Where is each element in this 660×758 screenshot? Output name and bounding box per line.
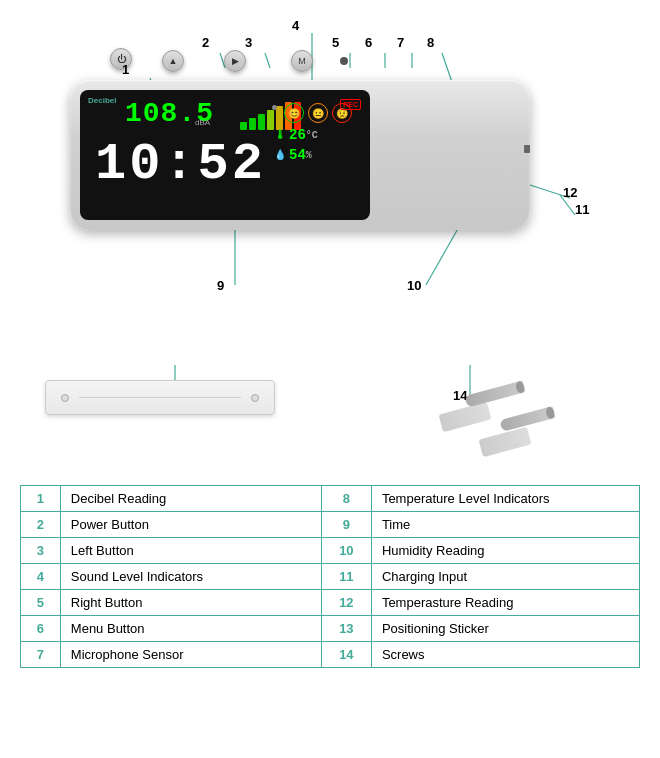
legend-label-left: Decibel Reading (60, 486, 321, 512)
legend-label-left: Power Button (60, 512, 321, 538)
callout-5: 5 (332, 35, 339, 50)
thermometer-icon: 🌡 (274, 128, 286, 143)
legend-label-left: Microphone Sensor (60, 642, 321, 668)
legend-row: 2 Power Button 9 Time (21, 512, 640, 538)
legend-label-left: Right Button (60, 590, 321, 616)
legend-num-left: 6 (21, 616, 61, 642)
callout-2: 2 (202, 35, 209, 50)
legend-table: 1 Decibel Reading 8 Temperature Level In… (20, 485, 640, 668)
accessories-row (20, 380, 640, 460)
right-button-visual: ▶ (224, 50, 246, 72)
legend-num-right: 9 (321, 512, 371, 538)
legend-num-right: 14 (321, 642, 371, 668)
screw-head-1 (515, 380, 526, 394)
neutral-emoji: 😐 (308, 103, 328, 123)
legend-label-right: Temperature Level Indicators (371, 486, 639, 512)
humidity-reading-display: 💧 54 % (274, 147, 365, 163)
screen-right-panel: REC 😊 😐 😟 🌡 26 °C (270, 95, 365, 215)
dot-indicator (272, 105, 277, 110)
legend-num-right: 13 (321, 616, 371, 642)
legend-row: 4 Sound Level Indicators 11 Charging Inp… (21, 564, 640, 590)
time-display: 10:52 (95, 135, 266, 194)
legend-num-right: 10 (321, 538, 371, 564)
sound-bar-2 (249, 118, 256, 130)
legend-label-right: Temperasture Reading (371, 590, 639, 616)
legend-row: 7 Microphone Sensor 14 Screws (21, 642, 640, 668)
legend-label-right: Humidity Reading (371, 538, 639, 564)
sound-bar-3 (258, 114, 265, 130)
device-screen: Decibel 108.5 dBA 10:52 (80, 90, 370, 220)
legend-num-left: 3 (21, 538, 61, 564)
callout-1: 1 (122, 62, 129, 77)
positioning-sticker-item (30, 380, 290, 415)
db-unit-display: dBA (195, 118, 210, 127)
screws-container (430, 383, 550, 458)
legend-row: 3 Left Button 10 Humidity Reading (21, 538, 640, 564)
device-illustration: ⏻ ▲ ▶ M Decibel 108.5 dBA (50, 50, 550, 270)
screw-2 (499, 406, 555, 432)
legend-num-right: 12 (321, 590, 371, 616)
left-button-visual: ▲ (162, 50, 184, 72)
callout-6: 6 (365, 35, 372, 50)
wall-plug-2 (479, 426, 532, 456)
diagram-area: ⏻ ▲ ▶ M Decibel 108.5 dBA (20, 10, 640, 470)
legend-row: 1 Decibel Reading 8 Temperature Level In… (21, 486, 640, 512)
screws-item (360, 380, 620, 460)
legend-label-right: Time (371, 512, 639, 538)
legend-num-right: 11 (321, 564, 371, 590)
legend-row: 5 Right Button 12 Temperasture Reading (21, 590, 640, 616)
menu-button-visual: M (291, 50, 313, 72)
sticker-dot-left (61, 394, 69, 402)
humid-value: 54 (289, 147, 306, 163)
temp-unit: °C (306, 130, 318, 141)
callout-3: 3 (245, 35, 252, 50)
temperature-reading-display: 🌡 26 °C (274, 127, 365, 143)
legend-label-right: Charging Input (371, 564, 639, 590)
temp-value: 26 (289, 127, 306, 143)
legend-row: 6 Menu Button 13 Positioning Sticker (21, 616, 640, 642)
legend-label-left: Menu Button (60, 616, 321, 642)
callout-4: 4 (292, 18, 299, 33)
legend-label-right: Screws (371, 642, 639, 668)
legend-label-left: Left Button (60, 538, 321, 564)
humidity-icon: 💧 (274, 149, 286, 161)
legend-label-right: Positioning Sticker (371, 616, 639, 642)
happy-emoji: 😊 (284, 103, 304, 123)
callout-11: 11 (575, 202, 589, 217)
sticker-line-decoration (79, 397, 241, 398)
device-top-buttons: ⏻ ▲ ▶ M (100, 50, 313, 72)
legend-num-right: 8 (321, 486, 371, 512)
humid-unit: % (306, 150, 312, 161)
sticker-dot-right (251, 394, 259, 402)
legend-num-left: 2 (21, 512, 61, 538)
screw-head-2 (545, 406, 556, 420)
callout-7: 7 (397, 35, 404, 50)
brand-label: Decibel (88, 96, 116, 105)
rec-indicator: REC (340, 99, 361, 110)
sticker-visual (45, 380, 275, 415)
callout-9: 9 (217, 278, 224, 293)
charging-input-visual (524, 145, 530, 153)
callout-12: 12 (563, 185, 577, 200)
microphone-sensor-visual (340, 57, 348, 65)
legend-num-left: 1 (21, 486, 61, 512)
callout-8: 8 (427, 35, 434, 50)
legend-label-left: Sound Level Indicators (60, 564, 321, 590)
legend-num-left: 4 (21, 564, 61, 590)
screws-visual (425, 380, 555, 460)
screw-1 (464, 380, 525, 407)
legend-num-left: 5 (21, 590, 61, 616)
sound-bar-1 (240, 122, 247, 130)
legend-num-left: 7 (21, 642, 61, 668)
device-body: Decibel 108.5 dBA 10:52 (70, 80, 530, 230)
wall-plug-1 (439, 401, 492, 431)
callout-10: 10 (407, 278, 421, 293)
